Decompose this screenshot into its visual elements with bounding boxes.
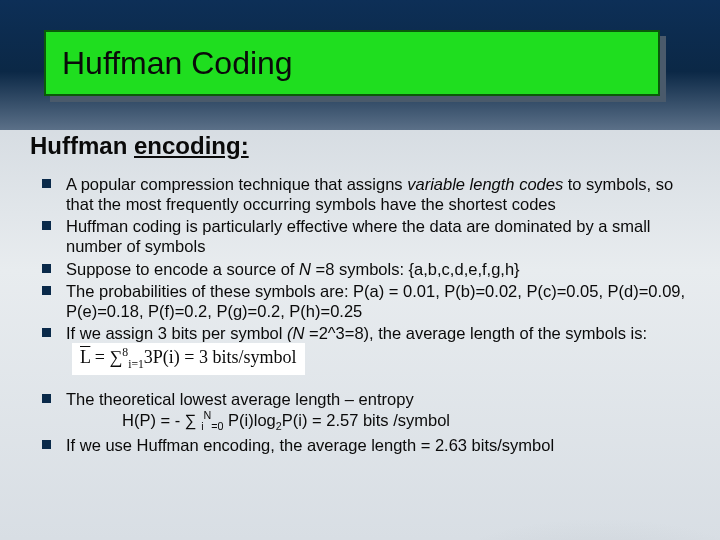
list-item: The theoretical lowest average length – … xyxy=(42,389,690,433)
subheading: Huffman encoding: xyxy=(30,132,690,160)
subheading-prefix: Huffman xyxy=(30,132,134,159)
list-item: Huffman coding is particularly effective… xyxy=(42,216,690,256)
formula-image: L = ∑8i=13P(i) = 3 bits/symbol xyxy=(72,343,305,375)
list-item: The probabilities of these symbols are: … xyxy=(42,281,690,321)
content-area: Huffman encoding: A popular compression … xyxy=(30,132,690,457)
subheading-underlined: encoding: xyxy=(134,132,249,159)
title-bar: Huffman Coding xyxy=(44,30,660,96)
slide-title: Huffman Coding xyxy=(62,45,293,82)
bullet-list-2: The theoretical lowest average length – … xyxy=(30,389,690,455)
spacer xyxy=(30,377,690,389)
list-item: Suppose to encode a source of N =8 symbo… xyxy=(42,259,690,279)
list-item: A popular compression technique that ass… xyxy=(42,174,690,214)
list-item: If we use Huffman encoding, the average … xyxy=(42,435,690,455)
list-item: If we assign 3 bits per symbol (N =2^3=8… xyxy=(42,323,690,375)
bullet-list-1: A popular compression technique that ass… xyxy=(30,174,690,375)
entropy-formula: H(P) = - ∑ iN=0 P(i)log2P(i) = 2.57 bits… xyxy=(66,409,690,433)
